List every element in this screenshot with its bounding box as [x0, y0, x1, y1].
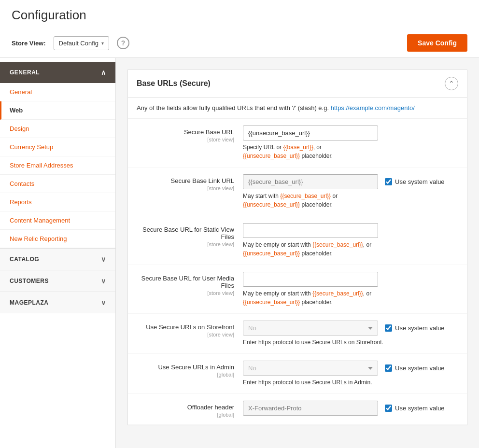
sidebar-mageplaza-label: MAGEPLAZA [10, 299, 49, 306]
field-label-secure-base-link-url: Secure Base Link URL [170, 177, 234, 184]
field-hint-use-secure-storefront: Enter https protocol to use Secure URLs … [243, 338, 458, 347]
chevron-down-icon-catalog: ∨ [101, 255, 106, 263]
section-card-base-urls-secure: Base URLs (Secure) ⌃ Any of the fields a… [127, 70, 467, 425]
form-row-offloader-header: Offloader header [global] Use system val… [128, 394, 467, 425]
form-control-row: No Yes Use system value [243, 361, 458, 376]
sidebar-item-new-relic[interactable]: New Relic Reporting [0, 230, 115, 248]
field-scope-secure-base-url-static: [store view] [137, 241, 234, 247]
field-hint-secure-base-url-static: May be empty or start with {{secure_base… [243, 240, 458, 258]
use-system-value-label-1: Use system value [385, 178, 445, 185]
chevron-down-icon-mageplaza: ∨ [101, 299, 106, 307]
sidebar-item-general[interactable]: General [0, 83, 115, 101]
sidebar-item-web[interactable]: Web [0, 101, 115, 120]
content-area: Base URLs (Secure) ⌃ Any of the fields a… [116, 58, 479, 448]
form-label-col: Secure Base URL [store view] [137, 126, 243, 142]
save-config-button[interactable]: Save Config [407, 34, 467, 52]
form-label-col: Secure Base URL for User Media Files [st… [137, 272, 243, 296]
sidebar-item-currency-setup[interactable]: Currency Setup [0, 138, 115, 156]
form-row-use-secure-storefront: Use Secure URLs on Storefront [store vie… [128, 314, 467, 354]
section-card-header[interactable]: Base URLs (Secure) ⌃ [128, 70, 467, 98]
form-row-secure-base-url-media: Secure Base URL for User Media Files [st… [128, 265, 467, 314]
form-label-col: Offloader header [global] [137, 401, 243, 418]
main-layout: GENERAL ∧ General Web Design Currency Se… [0, 58, 479, 448]
sidebar-section-mageplaza[interactable]: MAGEPLAZA ∨ [0, 292, 115, 313]
use-system-value-text-1: Use system value [395, 178, 445, 185]
use-system-value-label-5: Use system value [385, 364, 445, 372]
form-row-secure-base-link-url: Secure Base Link URL [store view] Use sy… [128, 168, 467, 216]
store-view-label: Store View: [12, 40, 46, 47]
field-label-secure-base-url-media: Secure Base URL for User Media Files [141, 275, 234, 289]
form-control-col-offloader-header: Use system value [243, 401, 458, 416]
field-scope-offloader-header: [global] [137, 412, 234, 418]
form-label-col: Secure Base Link URL [store view] [137, 174, 243, 191]
field-scope-secure-base-link-url: [store view] [137, 185, 234, 191]
collapse-section-icon[interactable]: ⌃ [445, 77, 458, 90]
chevron-down-icon: ▾ [101, 41, 104, 46]
field-scope-use-secure-storefront: [store view] [137, 332, 234, 337]
use-system-value-text-6: Use system value [395, 405, 445, 412]
secure-base-url-input[interactable] [243, 126, 378, 140]
use-system-value-text-5: Use system value [395, 364, 445, 372]
field-hint-secure-base-link-url: May start with {{secure_base_url}} or {{… [243, 192, 458, 209]
field-label-use-secure-admin: Use Secure URLs in Admin [158, 364, 234, 371]
help-icon[interactable]: ? [117, 37, 129, 49]
sidebar-section-general-label: GENERAL [10, 69, 40, 76]
sidebar-item-reports[interactable]: Reports [0, 193, 115, 211]
field-scope-secure-base-url: [store view] [137, 137, 234, 142]
form-control-row: Use system value [243, 174, 458, 189]
form-control-row [243, 272, 458, 287]
secure-base-link-url-input[interactable] [243, 174, 378, 189]
use-system-value-label-4: Use system value [385, 324, 445, 332]
use-secure-storefront-select[interactable]: No Yes [243, 321, 378, 336]
sidebar-catalog-label: CATALOG [10, 256, 39, 263]
section-intro-text: Any of the fields allow fully qualified … [137, 104, 331, 112]
field-hint-use-secure-admin: Enter https protocol to use Secure URLs … [243, 378, 458, 387]
use-system-value-checkbox-1[interactable] [385, 178, 392, 185]
use-system-value-checkbox-4[interactable] [385, 324, 392, 332]
field-scope-use-secure-admin: [global] [137, 372, 234, 378]
use-system-value-label-6: Use system value [385, 405, 445, 412]
use-system-value-checkbox-5[interactable] [385, 364, 392, 372]
form-control-col-secure-base-url-static: May be empty or start with {{secure_base… [243, 223, 458, 258]
sidebar-item-design[interactable]: Design [0, 120, 115, 138]
sidebar-item-store-email[interactable]: Store Email Addresses [0, 156, 115, 175]
section-title: Base URLs (Secure) [137, 79, 211, 88]
toolbar: Store View: Default Config ▾ ? Save Conf… [12, 28, 467, 57]
sidebar-section-general[interactable]: GENERAL ∧ [0, 62, 115, 83]
field-scope-secure-base-url-media: [store view] [137, 290, 234, 296]
field-label-use-secure-storefront: Use Secure URLs on Storefront [146, 323, 234, 331]
secure-base-url-media-input[interactable] [243, 272, 378, 287]
use-secure-admin-select[interactable]: No Yes [243, 361, 378, 376]
use-system-value-text-4: Use system value [395, 324, 445, 332]
chevron-down-icon-customers: ∨ [101, 277, 106, 285]
field-label-secure-base-url: Secure Base URL [184, 128, 234, 136]
page-title: Configuration [12, 8, 467, 28]
form-control-col-use-secure-admin: No Yes Use system value Enter https prot… [243, 361, 458, 387]
form-label-col: Use Secure URLs on Storefront [store vie… [137, 321, 243, 337]
form-row-secure-base-url-static: Secure Base URL for Static View Files [s… [128, 216, 467, 265]
sidebar-section-customers[interactable]: CUSTOMERS ∨ [0, 270, 115, 292]
sidebar-item-content-management[interactable]: Content Management [0, 211, 115, 230]
store-view-value: Default Config [59, 40, 99, 47]
section-intro: Any of the fields allow fully qualified … [128, 98, 467, 119]
offloader-header-input[interactable] [243, 401, 378, 416]
section-intro-link[interactable]: https://example.com/magento/ [331, 104, 415, 112]
form-control-row [243, 126, 458, 140]
sidebar-item-contacts[interactable]: Contacts [0, 175, 115, 193]
form-row-use-secure-admin: Use Secure URLs in Admin [global] No Yes… [128, 354, 467, 394]
form-row-secure-base-url: Secure Base URL [store view] Specify URL… [128, 119, 467, 168]
page-header: Configuration Store View: Default Config… [0, 0, 479, 58]
form-control-col-use-secure-storefront: No Yes Use system value Enter https prot… [243, 321, 458, 347]
secure-base-url-static-input[interactable] [243, 223, 378, 238]
form-control-row: Use system value [243, 401, 458, 416]
use-system-value-checkbox-6[interactable] [385, 405, 392, 412]
form-label-col: Use Secure URLs in Admin [global] [137, 361, 243, 378]
field-label-secure-base-url-static: Secure Base URL for Static View Files [142, 226, 234, 240]
store-view-select[interactable]: Default Config ▾ [54, 36, 109, 50]
form-control-col-secure-base-url-media: May be empty or start with {{secure_base… [243, 272, 458, 307]
form-control-row: No Yes Use system value [243, 321, 458, 336]
form-control-row [243, 223, 458, 238]
form-label-col: Secure Base URL for Static View Files [s… [137, 223, 243, 247]
sidebar-section-catalog[interactable]: CATALOG ∨ [0, 248, 115, 270]
chevron-up-icon: ∧ [101, 69, 106, 76]
